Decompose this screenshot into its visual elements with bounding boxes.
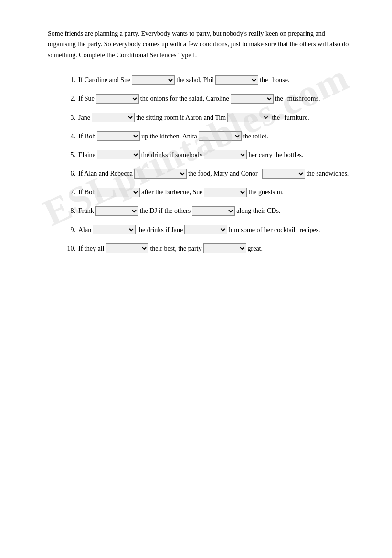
- exercise-content-8: Frank the DJ if the others along their C…: [78, 205, 354, 217]
- exercise-text-8-4: along their CDs.: [236, 205, 280, 217]
- exercise-text-6-2: the food, Mary and Conor: [188, 168, 258, 179]
- exercise-content-3: Jane the sitting room if Aaron and Tim t…: [78, 112, 354, 124]
- dropdown-4-3[interactable]: [199, 131, 242, 141]
- exercise-text-5-2: the drinks if somebody: [141, 149, 203, 161]
- dropdown-1-1[interactable]: [132, 75, 175, 85]
- exercise-text-10-2: their best, the party: [150, 242, 201, 254]
- dropdown-4-1[interactable]: [97, 131, 140, 141]
- exercise-text-9-4: him some of her cocktail: [229, 224, 295, 236]
- exercise-item-9: Alan the drinks if Jane him some of her …: [62, 224, 354, 236]
- exercise-text-1-4: the: [260, 74, 268, 86]
- exercise-text-9-0: Alan: [78, 224, 91, 236]
- exercise-text-10-4: great.: [248, 242, 263, 254]
- exercise-text-9-6: recipes.: [299, 224, 320, 236]
- exercise-item-3: Jane the sitting room if Aaron and Tim t…: [62, 112, 354, 124]
- dropdown-6-1[interactable]: [134, 169, 187, 179]
- exercise-text-8-0: Frank: [78, 205, 94, 217]
- dropdown-6-4[interactable]: [262, 169, 305, 179]
- exercise-item-8: Frank the DJ if the others along their C…: [62, 205, 354, 217]
- exercise-item-6: If Alan and Rebecca the food, Mary and C…: [62, 168, 354, 179]
- dropdown-5-1[interactable]: [97, 150, 140, 159]
- page: Some friends are planning a party. Every…: [0, 0, 392, 290]
- exercise-text-2-4: the: [275, 93, 283, 105]
- dropdown-3-1[interactable]: [92, 113, 135, 122]
- exercise-content-7: If Bob after the barbecue, Sue the guest…: [78, 186, 354, 198]
- dropdown-7-1[interactable]: [97, 188, 140, 197]
- exercise-text-3-2: the sitting room if Aaron and Tim: [136, 112, 226, 124]
- exercise-content-1: If Caroline and Sue the salad, Phil the …: [78, 74, 354, 86]
- exercise-text-7-0: If Bob: [78, 186, 95, 198]
- exercise-item-5: Elaine the drinks if somebody her carry …: [62, 149, 354, 161]
- dropdown-8-3[interactable]: [192, 206, 235, 216]
- exercise-text-2-0: If Sue: [78, 93, 95, 105]
- dropdown-3-3[interactable]: [227, 113, 270, 122]
- exercise-list: If Caroline and Sue the salad, Phil the …: [62, 74, 354, 254]
- exercise-content-2: If Sue the onions for the salad, Carolin…: [78, 93, 354, 105]
- exercise-text-6-0: If Alan and Rebecca: [78, 168, 133, 179]
- dropdown-9-3[interactable]: [184, 225, 227, 234]
- dropdown-1-3[interactable]: [215, 75, 258, 85]
- exercise-text-4-0: If Bob: [78, 130, 95, 142]
- dropdown-10-1[interactable]: [106, 243, 148, 253]
- intro-text: Some friends are planning a party. Every…: [48, 29, 354, 61]
- exercise-text-5-4: her carry the bottles.: [248, 149, 303, 161]
- exercise-item-4: If Bob up the kitchen, Anita the toilet.: [62, 130, 354, 142]
- dropdown-7-3[interactable]: [204, 188, 247, 197]
- intro-paragraph: Some friends are planning a party. Every…: [48, 29, 354, 61]
- exercise-text-1-2: the salad, Phil: [176, 74, 214, 86]
- exercise-text-1-0: If Caroline and Sue: [78, 74, 130, 86]
- exercise-text-5-0: Elaine: [78, 149, 95, 161]
- exercise-content-10: If they all their best, the party great.: [78, 242, 354, 254]
- dropdown-2-1[interactable]: [96, 94, 139, 104]
- exercise-item-1: If Caroline and Sue the salad, Phil the …: [62, 74, 354, 86]
- dropdown-5-3[interactable]: [204, 150, 247, 159]
- dropdown-8-1[interactable]: [95, 206, 138, 216]
- exercise-text-2-2: the onions for the salad, Caroline: [140, 93, 229, 105]
- exercise-text-8-2: the DJ if the others: [140, 205, 191, 217]
- exercise-content-9: Alan the drinks if Jane him some of her …: [78, 224, 354, 236]
- exercise-item-10: If they all their best, the party great.: [62, 242, 354, 254]
- exercise-content-4: If Bob up the kitchen, Anita the toilet.: [78, 130, 354, 142]
- dropdown-9-1[interactable]: [93, 225, 136, 234]
- exercise-text-2-6: mushrooms.: [287, 93, 320, 105]
- dropdown-2-3[interactable]: [231, 94, 274, 104]
- exercise-content-5: Elaine the drinks if somebody her carry …: [78, 149, 354, 161]
- exercise-text-4-4: the toilet.: [243, 130, 268, 142]
- exercise-item-7: If Bob after the barbecue, Sue the guest…: [62, 186, 354, 198]
- exercise-text-4-2: up the kitchen, Anita: [141, 130, 197, 142]
- dropdown-10-3[interactable]: [203, 243, 246, 253]
- exercise-text-7-4: the guests in.: [248, 186, 284, 198]
- exercise-text-6-5: the sandwiches.: [307, 168, 349, 179]
- exercise-item-2: If Sue the onions for the salad, Carolin…: [62, 93, 354, 105]
- exercise-content-6: If Alan and Rebecca the food, Mary and C…: [78, 168, 354, 179]
- exercise-text-1-6: house.: [272, 74, 289, 86]
- exercise-text-3-4: the: [272, 112, 280, 124]
- exercise-text-9-2: the drinks if Jane: [137, 224, 183, 236]
- exercise-text-10-0: If they all: [78, 242, 104, 254]
- exercise-text-3-6: furniture.: [284, 112, 309, 124]
- exercise-text-7-2: after the barbecue, Sue: [141, 186, 202, 198]
- exercise-text-3-0: Jane: [78, 112, 90, 124]
